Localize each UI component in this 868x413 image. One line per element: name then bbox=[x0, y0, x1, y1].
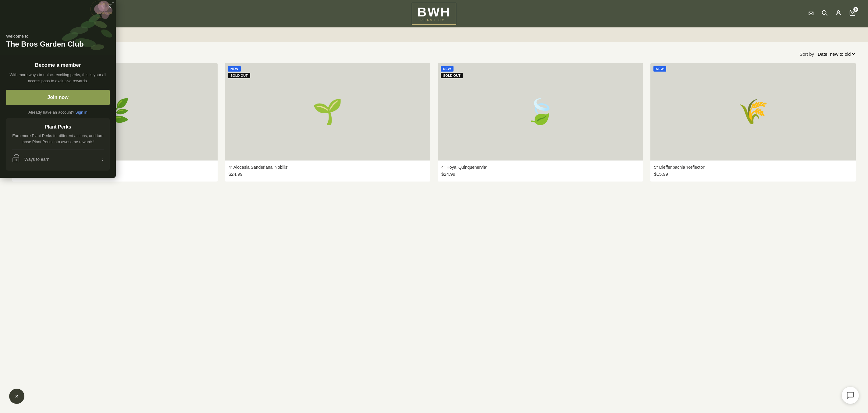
main-content: products Sort by Date, new to old 🌿 NEW … bbox=[0, 42, 868, 191]
badge-new: NEW bbox=[653, 66, 666, 71]
sort-by: Sort by Date, new to old bbox=[799, 51, 856, 57]
mail-icon[interactable]: ✉ bbox=[808, 10, 814, 18]
account-icon[interactable] bbox=[835, 9, 842, 18]
plant-perks-section: Plant Perks Earn more Plant Perks for di… bbox=[6, 118, 110, 170]
product-info: 5" Dieffenbachia 'Reflector' $15.99 bbox=[650, 160, 856, 182]
product-info: 4" Alocasia Sanderiana 'Nobilis' $24.99 bbox=[225, 160, 430, 182]
product-grid: 🌿 NEW 4" Philodendron 'Pastazanum Silver… bbox=[12, 63, 856, 182]
gc-header: THE BROS GARDEN CLUB × Welcome to The Br… bbox=[0, 0, 116, 55]
svg-line-1 bbox=[826, 14, 827, 15]
site-header: BWH PLANT CO. ✉ 0 bbox=[0, 0, 868, 27]
logo-bwh: BWH bbox=[417, 6, 451, 19]
svg-point-2 bbox=[837, 11, 839, 13]
announcement-bar bbox=[0, 27, 868, 42]
sign-in-link[interactable]: Sign in bbox=[75, 110, 88, 115]
garden-club-popup: THE BROS GARDEN CLUB × Welcome to The Br… bbox=[0, 0, 116, 178]
product-price: $24.99 bbox=[228, 171, 427, 177]
product-card[interactable]: 🌱 NEW SOLD OUT 4" Alocasia Sanderiana 'N… bbox=[225, 63, 430, 182]
gc-body: Become a member With more ways to unlock… bbox=[0, 55, 116, 178]
earn-icon bbox=[12, 154, 21, 164]
gc-welcome-text: Welcome to bbox=[6, 34, 110, 39]
sort-select[interactable]: Date, new to old bbox=[816, 51, 856, 57]
plant-perks-description: Earn more Plant Perks for different acti… bbox=[12, 133, 104, 145]
product-info: 4" Hoya 'Quinquenervia' $24.99 bbox=[438, 160, 643, 182]
badge-new: NEW bbox=[228, 66, 241, 71]
ways-to-earn[interactable]: Ways to earn › bbox=[12, 150, 104, 164]
become-member-label: Become a member bbox=[6, 62, 110, 68]
product-image-wrap: 🌾 NEW bbox=[650, 63, 856, 160]
header-right: ✉ 0 bbox=[795, 9, 856, 18]
close-circle-button[interactable]: × bbox=[9, 389, 24, 404]
svg-text:GARDEN CLUB: GARDEN CLUB bbox=[97, 12, 113, 14]
cart-icon[interactable]: 0 bbox=[849, 9, 856, 18]
badge-sold-out: SOLD OUT bbox=[441, 73, 463, 78]
join-now-button[interactable]: Join now bbox=[6, 90, 110, 105]
search-icon[interactable] bbox=[821, 9, 828, 18]
product-image: 🌱 bbox=[225, 63, 430, 160]
ways-to-earn-label: Ways to earn bbox=[24, 157, 50, 162]
already-account-text: Already have an account? Sign in bbox=[6, 110, 110, 115]
product-card[interactable]: 🌾 NEW 5" Dieffenbachia 'Reflector' $15.9… bbox=[650, 63, 856, 182]
chat-button[interactable] bbox=[842, 387, 859, 404]
product-image-wrap: 🌱 NEW SOLD OUT bbox=[225, 63, 430, 160]
products-header: products Sort by Date, new to old bbox=[12, 51, 856, 57]
product-price: $24.99 bbox=[441, 171, 640, 177]
plant-perks-title: Plant Perks bbox=[12, 124, 104, 130]
product-price: $15.99 bbox=[654, 171, 852, 177]
product-name: 5" Dieffenbachia 'Reflector' bbox=[654, 165, 852, 170]
badge-sold-out: SOLD OUT bbox=[228, 73, 250, 78]
header-center: BWH PLANT CO. bbox=[412, 3, 456, 25]
gc-header-text: Welcome to The Bros Garden Club bbox=[6, 34, 110, 49]
gc-description: With more ways to unlock exciting perks,… bbox=[6, 72, 110, 84]
product-image-wrap: 🍃 NEW SOLD OUT bbox=[438, 63, 643, 160]
gc-title: The Bros Garden Club bbox=[6, 40, 110, 49]
chevron-right-icon: › bbox=[102, 156, 104, 163]
product-image: 🍃 bbox=[438, 63, 643, 160]
sort-label: Sort by bbox=[799, 52, 814, 57]
logo-box[interactable]: BWH PLANT CO. bbox=[412, 3, 456, 25]
product-card[interactable]: 🍃 NEW SOLD OUT 4" Hoya 'Quinquenervia' $… bbox=[438, 63, 643, 182]
logo-sub: PLANT CO. bbox=[417, 19, 451, 22]
product-image: 🌾 bbox=[650, 63, 856, 160]
product-name: 4" Hoya 'Quinquenervia' bbox=[441, 165, 640, 170]
svg-point-0 bbox=[822, 11, 826, 14]
product-name: 4" Alocasia Sanderiana 'Nobilis' bbox=[228, 165, 427, 170]
svg-point-22 bbox=[16, 159, 18, 161]
popup-close-button[interactable]: × bbox=[108, 4, 112, 10]
cart-count: 0 bbox=[854, 7, 858, 12]
ways-earn-left: Ways to earn bbox=[12, 154, 50, 164]
badge-new: NEW bbox=[441, 66, 454, 71]
